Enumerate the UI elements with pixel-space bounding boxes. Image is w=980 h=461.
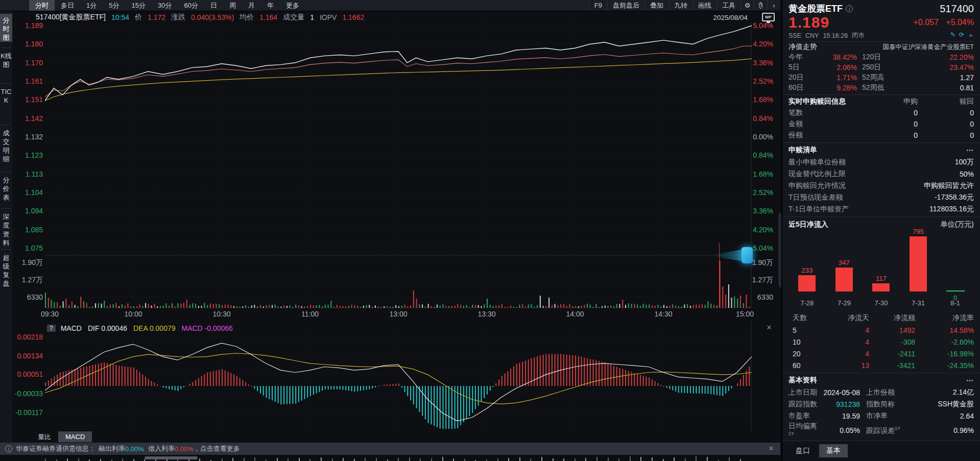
period-tab-30分[interactable]: 30分 xyxy=(152,0,178,11)
nav-value: 1.71% xyxy=(813,74,857,82)
rt-redeem-value: 0 xyxy=(918,131,974,139)
indicator-tab-量比[interactable]: 量比 xyxy=(31,431,58,442)
nav-value2: 1.27 xyxy=(900,74,974,82)
macd-chart[interactable] xyxy=(45,322,752,430)
notice-close-icon[interactable]: ✕ xyxy=(767,445,775,453)
sliver-bar xyxy=(563,458,564,461)
sidebar-item-成交明细[interactable]: 成交明细 xyxy=(0,127,12,164)
sliver-bar xyxy=(453,458,454,461)
volume-axis-label-right: 1.27万 xyxy=(743,275,773,284)
ss-label: T-1日单位申赎资产 xyxy=(788,205,849,214)
nav-row-2: 20日1.71%52周高1.27 xyxy=(788,72,974,83)
sliver-bar xyxy=(254,457,255,461)
tool-盘前盘后[interactable]: 盘前盘后 xyxy=(607,0,644,11)
period-tab-15分[interactable]: 15分 xyxy=(125,0,151,11)
sidebar-item-TICK[interactable]: TICK xyxy=(0,85,12,105)
flow5d-unit: 单位(万元) xyxy=(941,220,974,229)
sidebar-item-深度资料[interactable]: 深度资料 xyxy=(0,210,12,248)
period-tab-日[interactable]: 日 xyxy=(204,0,223,11)
refresh-icon[interactable]: ⟳ xyxy=(959,31,964,40)
tool-工具[interactable]: 工具 xyxy=(716,0,740,11)
panel-tab-基本[interactable]: 基本 xyxy=(819,444,848,457)
flow5d-value: 795 xyxy=(900,228,937,235)
info-icon[interactable]: i xyxy=(846,5,853,12)
macd-close-icon[interactable]: ✕ xyxy=(765,324,773,332)
tool-F9[interactable]: F9 xyxy=(589,0,607,11)
quote-time: 15:16:26 xyxy=(823,32,848,39)
sliver-bar xyxy=(585,458,586,461)
panel-bottom-tabs: 盘口基本 xyxy=(782,441,980,461)
sliver-bar xyxy=(618,458,619,461)
margin-notice-bar[interactable]: i 华泰证券融券通供需信息： 融出利率 0.00% 借入利率 0.00% ，点击… xyxy=(0,443,780,455)
tool-画线[interactable]: 画线 xyxy=(692,0,716,11)
period-tab-5分[interactable]: 5分 xyxy=(103,0,125,11)
basic-label2: 跟踪误差1Y xyxy=(860,426,907,435)
volume-axis-label-right: 1.90万 xyxy=(743,258,773,267)
shenshu-more-icon[interactable]: ⋯ xyxy=(966,146,974,154)
period-tab-多日[interactable]: 多日 xyxy=(55,0,80,11)
sliver-bar xyxy=(309,459,310,461)
ss-value: -17358.36元 xyxy=(935,193,974,202)
intraday-chart[interactable] xyxy=(45,12,752,321)
period-tab-分时[interactable]: 分时 xyxy=(29,0,55,11)
flow5d-col-8-1: 0 xyxy=(937,231,974,298)
nav-label: 5日 xyxy=(788,63,813,72)
sidebar-item-分时图[interactable]: 分时图 xyxy=(0,14,12,42)
nav-value: 38.42% xyxy=(813,53,857,61)
volume-axis-label: 1.90万 xyxy=(11,258,43,267)
sidebar-item-K线图[interactable]: K线图 xyxy=(0,50,12,69)
macd-help-icon[interactable]: ? xyxy=(47,325,56,332)
chevron-right-icon[interactable]: › xyxy=(767,0,780,11)
flow5d-col-7-31: 795 xyxy=(900,231,937,298)
period-tab-周[interactable]: 周 xyxy=(223,0,242,11)
notice-borrow-rate: 0.00% xyxy=(175,445,194,453)
scrollbar-thumb[interactable] xyxy=(145,456,198,459)
notice-mid1: 融出利率 xyxy=(99,444,125,453)
add-icon[interactable]: ＋ xyxy=(968,31,974,40)
sliver-bar xyxy=(508,458,509,461)
sliver-bar xyxy=(288,458,289,461)
pct-axis-label: 5.04% xyxy=(743,21,773,30)
help-icon[interactable]: ? xyxy=(754,0,767,11)
basic-row-2: 市盈率19.59市净率2.64 xyxy=(788,410,974,422)
sidebar-item-分价表[interactable]: 分价表 xyxy=(0,174,12,202)
gear-icon[interactable]: ⚙ xyxy=(740,0,754,11)
sliver-bar xyxy=(707,457,708,461)
basic-more-icon[interactable]: ⋯ xyxy=(966,376,974,384)
tool-叠加[interactable]: 叠加 xyxy=(644,0,668,11)
price-axis-label: 1.189 xyxy=(11,21,43,30)
flow-table-row-10: 104-308-2.60% xyxy=(788,336,974,348)
sliver-bar xyxy=(674,457,675,461)
stock-detail-panel: 黄金股票ETF i 517400 1.189 +0.057 +5.04% SSE… xyxy=(781,0,980,461)
money-flow-table: 天数净流天净流额净流率54149214.58%104-308-2.60%204-… xyxy=(788,312,974,371)
sidebar-item-超级复盘[interactable]: 超级复盘 xyxy=(0,251,12,288)
pct-axis-label: 0.00% xyxy=(743,132,773,141)
price-axis-label: 1.113 xyxy=(11,169,43,179)
flow-days: 10 xyxy=(788,338,816,346)
flow-th-净流天: 净流天 xyxy=(816,313,869,323)
period-tab-年[interactable]: 年 xyxy=(261,0,280,11)
basic-value2: 0.96% xyxy=(907,426,974,434)
sliver-bar xyxy=(442,457,443,461)
period-tab-1分[interactable]: 1分 xyxy=(80,0,103,11)
flow5d-date: 7-30 xyxy=(863,298,900,309)
panel-tab-盘口[interactable]: 盘口 xyxy=(788,444,817,457)
flow-days: 60 xyxy=(788,361,816,370)
sliver-bar xyxy=(596,457,597,461)
period-tab-更多[interactable]: 更多 xyxy=(280,0,305,11)
period-tab-月[interactable]: 月 xyxy=(242,0,261,11)
wp-monitor-icon[interactable]: WP xyxy=(762,13,775,21)
shenshu-row-1: 现金替代比例上限50% xyxy=(788,168,974,180)
indicator-tab-MACD[interactable]: MACD xyxy=(58,431,92,442)
sidebar-separator xyxy=(1,208,11,209)
pct-axis-label: 2.52% xyxy=(743,188,773,197)
period-tab-60分[interactable]: 60分 xyxy=(178,0,204,11)
tool-九转[interactable]: 九转 xyxy=(668,0,692,11)
price-axis-label: 1.123 xyxy=(11,151,43,160)
edit-icon[interactable]: ✎ xyxy=(950,31,955,40)
ss-value: 100万 xyxy=(955,158,974,167)
sliver-bar xyxy=(652,457,653,461)
macd-indicator-header: ?MACDDIF 0.00046DEA 0.00079MACD -0.00066 xyxy=(47,323,239,333)
volume-axis-label-right: 6330 xyxy=(743,293,773,302)
sliver-bar xyxy=(608,457,609,461)
